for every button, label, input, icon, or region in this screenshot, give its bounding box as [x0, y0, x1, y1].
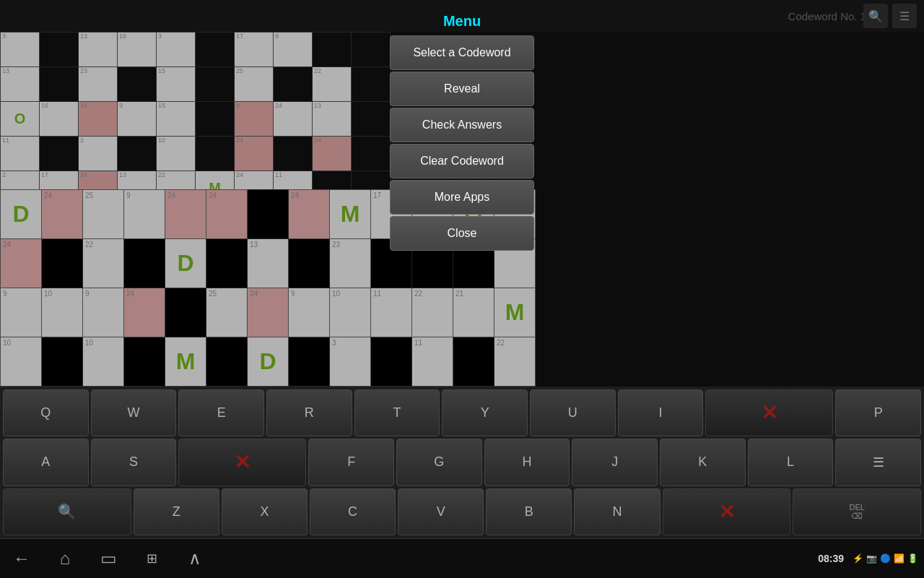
qr-button[interactable]: ⊞: [130, 543, 173, 574]
more-apps-button[interactable]: More Apps: [390, 180, 534, 215]
back-button[interactable]: ←: [0, 543, 43, 574]
reveal-button[interactable]: Reveal: [390, 72, 534, 106]
nav-bar: ← ⌂ ▭ ⊞ ∧ 08:39 ⚡📷🔵📶🔋: [0, 538, 924, 578]
select-codeword-button[interactable]: Select a Codeword: [390, 35, 534, 70]
home-button[interactable]: ⌂: [43, 543, 87, 574]
recents-button[interactable]: ▭: [87, 543, 130, 574]
clear-codeword-button[interactable]: Clear Codeword: [390, 144, 534, 178]
status-icons: ⚡📷🔵📶🔋: [853, 553, 918, 564]
check-answers-button[interactable]: Check Answers: [390, 108, 534, 142]
close-button[interactable]: Close: [390, 216, 534, 251]
menu-container: Menu Select a Codeword Reveal Check Answ…: [390, 7, 534, 252]
up-button[interactable]: ∧: [173, 543, 217, 574]
time-display: 08:39: [818, 553, 844, 564]
menu-title: Menu: [390, 7, 534, 35]
